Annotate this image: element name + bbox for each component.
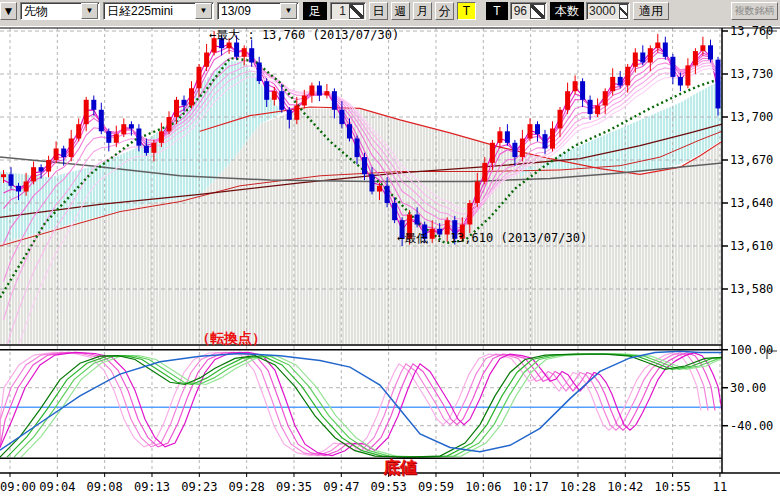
- multi-symbol-button[interactable]: 複数銘柄: [731, 2, 778, 20]
- spin-icon[interactable]: [349, 4, 364, 19]
- chart-canvas[interactable]: [0, 0, 780, 500]
- contract-value: 13/09: [218, 2, 279, 20]
- tick-count-value: 96: [511, 3, 529, 19]
- contract-month-select[interactable]: 13/09 ▼: [217, 2, 299, 20]
- bar-type-label: 足: [303, 2, 327, 20]
- trading-chart-window: ▼ 先物 ▼ 日経225mini ▼ 13/09 ▼ 足 1 日 週 月 分 T…: [0, 0, 780, 500]
- category-value: 先物: [21, 2, 80, 20]
- monthly-button[interactable]: 月: [413, 2, 432, 20]
- bottom-value-annotation: 底値: [383, 456, 417, 479]
- toolbar: ▼ 先物 ▼ 日経225mini ▼ 13/09 ▼ 足 1 日 週 月 分 T…: [0, 0, 780, 26]
- tick-button[interactable]: T: [457, 2, 476, 20]
- chevron-down-icon[interactable]: ▼: [280, 3, 297, 19]
- tick-count-stepper[interactable]: 96: [510, 2, 547, 20]
- weekly-button[interactable]: 週: [391, 2, 410, 20]
- symbol-select[interactable]: 日経225mini ▼: [103, 2, 214, 20]
- spin-icon[interactable]: [619, 4, 628, 19]
- apply-button[interactable]: 適用: [633, 2, 669, 20]
- daily-button[interactable]: 日: [369, 2, 388, 20]
- min-price-annotation: ←最低 : 13,610 (2013/07/30): [397, 230, 587, 247]
- minute-button[interactable]: 分: [435, 2, 454, 20]
- interval-value: 1: [331, 3, 348, 19]
- tick-count-label: T: [486, 2, 508, 20]
- chevron-down-icon[interactable]: ▼: [81, 3, 98, 19]
- turning-point-annotation: （転換点）: [196, 330, 266, 348]
- chevron-down-icon[interactable]: ▼: [0, 2, 17, 20]
- bar-count-value: 3000: [587, 3, 618, 19]
- bar-count-stepper[interactable]: 3000: [586, 2, 630, 20]
- max-price-annotation: ←最大 : 13,760 (2013/07/30): [209, 27, 399, 44]
- chevron-down-icon[interactable]: ▼: [195, 3, 212, 19]
- bar-count-label: 本数: [550, 2, 584, 20]
- interval-stepper[interactable]: 1: [330, 2, 366, 20]
- symbol-value: 日経225mini: [104, 2, 194, 20]
- category-select[interactable]: 先物 ▼: [20, 2, 100, 20]
- spin-icon[interactable]: [530, 4, 545, 19]
